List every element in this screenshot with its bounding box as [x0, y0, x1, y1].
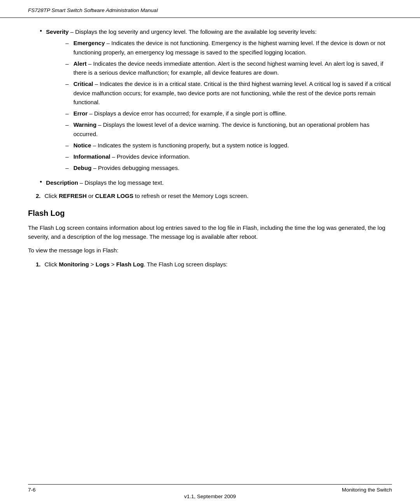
footer-version: v1.1, September 2009 — [28, 494, 392, 499]
page-footer: 7-6 Monitoring the Switch v1.1, Septembe… — [0, 481, 420, 504]
bullet-dot: • — [40, 26, 42, 37]
bullet-dot: • — [40, 177, 42, 187]
dash-text: Debug – Provides debugging messages. — [74, 163, 180, 172]
page-header: FS728TP Smart Switch Software Administra… — [0, 0, 420, 18]
dash-symbol: – — [65, 163, 68, 172]
step-text: Click REFRESH or CLEAR LOGS to refresh o… — [45, 191, 248, 200]
list-item: • Severity – Displays the log severity a… — [28, 27, 392, 175]
bullet-text: Description – Displays the log message t… — [46, 178, 164, 187]
bullet-text: Severity – Displays the log severity and… — [46, 28, 317, 35]
bullet-list: • Severity – Displays the log severity a… — [28, 27, 392, 187]
list-item: 2. Click REFRESH or CLEAR LOGS to refres… — [28, 191, 392, 200]
dash-list: – Emergency – Indicates the device is no… — [46, 38, 392, 172]
list-item: – Emergency – Indicates the device is no… — [46, 38, 392, 57]
dash-symbol: – — [65, 38, 68, 47]
body-para-1: The Flash Log screen contains informatio… — [28, 223, 392, 242]
dash-symbol: – — [65, 79, 68, 88]
list-item: – Error – Displays a device error has oc… — [46, 109, 392, 118]
dash-text: Error – Displays a device error has occu… — [74, 109, 287, 118]
numbered-list-2: 1. Click Monitoring > Logs > Flash Log. … — [28, 260, 392, 269]
dash-symbol: – — [65, 59, 68, 68]
numbered-list: 2. Click REFRESH or CLEAR LOGS to refres… — [28, 191, 392, 200]
dash-symbol: – — [65, 109, 68, 118]
step-number: 2. — [36, 191, 41, 200]
list-item: • Description – Displays the log message… — [28, 178, 392, 187]
list-item: – Alert – Indicates the device needs imm… — [46, 59, 392, 77]
dash-text: Notice – Indicates the system is functio… — [74, 141, 289, 150]
step-text: Click Monitoring > Logs > Flash Log. The… — [45, 260, 228, 269]
list-item: 1. Click Monitoring > Logs > Flash Log. … — [28, 260, 392, 269]
dash-text: Emergency – Indicates the device is not … — [74, 38, 392, 57]
footer-section: Monitoring the Switch — [342, 487, 392, 493]
dash-text: Critical – Indicates the device is in a … — [74, 79, 392, 107]
section-heading: Flash Log — [28, 209, 392, 218]
dash-symbol: – — [65, 141, 68, 150]
dash-symbol: – — [65, 120, 68, 129]
main-content: • Severity – Displays the log severity a… — [0, 18, 420, 304]
page-container: FS728TP Smart Switch Software Administra… — [0, 0, 420, 504]
bullet-label: Description — [46, 179, 78, 186]
list-item: – Debug – Provides debugging messages. — [46, 163, 392, 172]
list-item: – Critical – Indicates the device is in … — [46, 79, 392, 107]
list-item: – Warning – Displays the lowest level of… — [46, 120, 392, 138]
dash-symbol: – — [65, 152, 68, 161]
footer-page-num: 7-6 — [28, 487, 36, 493]
dash-text: Alert – Indicates the device needs immed… — [74, 59, 392, 77]
list-item: – Notice – Indicates the system is funct… — [46, 141, 392, 150]
bullet-label: Severity — [46, 28, 68, 35]
body-para-2: To view the message logs in Flash: — [28, 246, 392, 255]
dash-text: Informational – Provides device informat… — [74, 152, 190, 161]
dash-text: Warning – Displays the lowest level of a… — [74, 120, 392, 138]
list-item: – Informational – Provides device inform… — [46, 152, 392, 161]
footer-divider — [28, 484, 392, 485]
header-title: FS728TP Smart Switch Software Administra… — [28, 7, 158, 13]
footer-row: 7-6 Monitoring the Switch — [28, 487, 392, 493]
step-number: 1. — [36, 260, 41, 269]
